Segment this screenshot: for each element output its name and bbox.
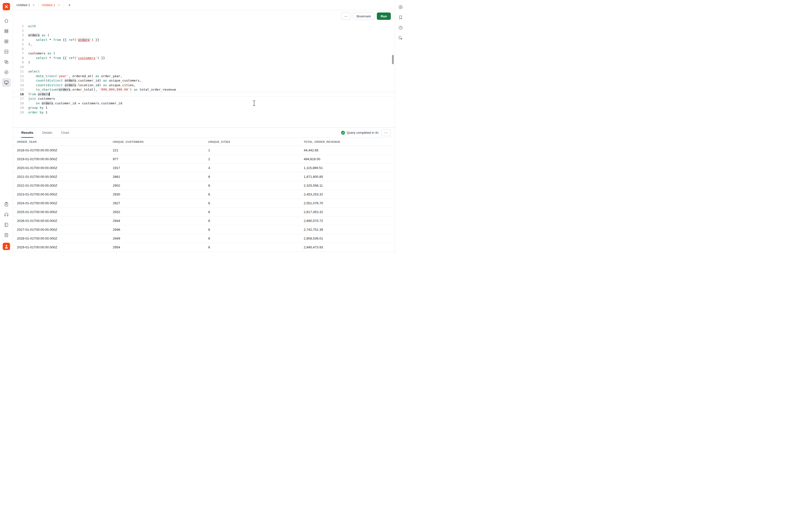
query-status: Query completed in 4s [341, 128, 378, 138]
table-cell: 6 [207, 237, 303, 240]
table-row[interactable]: 2027-01-01T00:00:00.000Z294662,742,751.3… [13, 225, 395, 234]
code-line[interactable]: 10 [13, 65, 395, 69]
code-line[interactable]: 13 count(distinct orders.customer_id) as… [13, 78, 395, 83]
code-line[interactable]: 12 date_trunc('year', ordered_at) as ord… [13, 74, 395, 78]
tab-chart[interactable]: Chart [61, 128, 69, 138]
line-number: 19 [13, 106, 24, 110]
tab-untitled-2[interactable]: Untitled 1 × [39, 0, 64, 10]
tab-results[interactable]: Results [21, 128, 33, 138]
column-header[interactable]: UNIQUE_CUSTOMERS [112, 140, 207, 143]
editor-scrollbar[interactable] [392, 55, 394, 64]
table-cell: 6 [207, 228, 303, 231]
code-line[interactable]: 1with [13, 24, 395, 29]
table-row[interactable]: 2029-01-01T00:00:00.000Z295462,845,473.9… [13, 243, 395, 252]
left-rail [0, 0, 13, 253]
notebook-icon[interactable] [2, 220, 11, 229]
clipboard-icon[interactable] [2, 200, 11, 209]
code-line[interactable]: 19group by 1 [13, 106, 395, 110]
table-cell: 2028-01-01T00:00:00.000Z [16, 237, 112, 240]
table-header: ORDER_YEARUNIQUE_CUSTOMERSUNIQUE_CITIEST… [13, 138, 395, 146]
tab-bar: Untitled 1 × Untitled 1 × + [13, 0, 395, 10]
code-text: count(distinct orders.location_id) as un… [28, 83, 136, 88]
code-line[interactable]: 5), [13, 42, 395, 47]
code-text: order by 1 [28, 110, 47, 115]
code-line[interactable]: 3orders as ( [13, 33, 395, 38]
pointer-square-icon[interactable] [396, 34, 405, 42]
code-line[interactable]: 2 [13, 29, 395, 33]
calculator-icon[interactable] [2, 231, 11, 239]
code-line[interactable]: 14 count(distinct orders.location_id) as… [13, 83, 395, 88]
code-line[interactable]: 8 select * from {{ ref('customers') }} [13, 56, 395, 60]
code-line[interactable]: 16from orders [13, 92, 395, 97]
code-text: with [28, 24, 36, 29]
code-text: orders as ( [28, 33, 49, 38]
table-row[interactable]: 2028-01-01T00:00:00.000Z294962,808,539.0… [13, 234, 395, 243]
table-row[interactable]: 2030-01-01T00:00:00.000Z287961,841,049.3… [13, 252, 395, 253]
bookmark-side-icon[interactable] [396, 13, 405, 22]
copilot-icon[interactable] [396, 3, 405, 11]
code-line[interactable]: 11select [13, 69, 395, 74]
code-text: to_char(sum(orders.order_total), '999,99… [28, 88, 176, 92]
code-line[interactable]: 17join customers [13, 97, 395, 101]
home-icon[interactable] [2, 16, 11, 25]
code-line[interactable]: 9) [13, 60, 395, 65]
line-number: 3 [13, 33, 24, 38]
line-number: 10 [13, 65, 24, 69]
bookmark-button[interactable]: Bookmark [353, 12, 374, 20]
run-button[interactable]: Run [377, 12, 391, 20]
column-header[interactable]: TOTAL_ORDER_REVENUE [303, 140, 392, 143]
code-file-icon[interactable] [2, 47, 11, 56]
table-cell: 1,871,800.85 [303, 175, 392, 178]
table-row[interactable]: 2025-01-01T00:00:00.000Z293262,617,453.3… [13, 208, 395, 217]
code-line[interactable]: 4 select * from {{ ref('orders') }} [13, 38, 395, 42]
sql-editor[interactable]: 1with23orders as (4 select * from {{ ref… [13, 22, 395, 127]
headphones-icon[interactable] [2, 210, 11, 219]
table-row[interactable]: 2023-01-01T00:00:00.000Z293062,453,253.3… [13, 190, 395, 199]
table-cell: 6 [207, 201, 303, 205]
table-row[interactable]: 2026-01-01T00:00:00.000Z294462,690,570.7… [13, 217, 395, 225]
table-cell: 2902 [112, 184, 207, 187]
table-cell: 494,818.00 [303, 157, 392, 161]
table-row[interactable]: 2019-01-01T00:00:00.000Z9772494,818.00 [13, 155, 395, 164]
close-icon[interactable]: × [32, 3, 35, 7]
table-cell: 221 [112, 149, 207, 152]
table-row[interactable]: 2024-01-01T00:00:00.000Z292762,551,076.7… [13, 199, 395, 208]
code-text: select * from {{ ref('orders') }} [28, 38, 99, 42]
line-number: 15 [13, 88, 24, 92]
terminal-icon[interactable] [2, 78, 11, 87]
code-text: from orders [28, 92, 50, 97]
table-row[interactable]: 2018-01-01T00:00:00.000Z221144,442.65 [13, 146, 395, 155]
line-number: 14 [13, 83, 24, 88]
grid-icon[interactable] [2, 37, 11, 46]
table-cell: 2,690,570.72 [303, 219, 392, 223]
app-logo-icon[interactable] [3, 3, 10, 10]
table-cell: 2025-01-01T00:00:00.000Z [16, 210, 112, 214]
code-line[interactable]: 18 on orders.customer_id = customers.cus… [13, 101, 395, 106]
table-row[interactable]: 2022-01-01T00:00:00.000Z290262,325,556.1… [13, 181, 395, 190]
app-window: Untitled 1 × Untitled 1 × + ⋯ Bookmark R… [0, 0, 406, 253]
code-line[interactable]: 7customers as ( [13, 51, 395, 56]
close-icon[interactable]: × [57, 3, 60, 7]
code-line[interactable]: 15 to_char(sum(orders.order_total), '999… [13, 88, 395, 92]
history-icon[interactable] [396, 23, 405, 32]
new-tab-button[interactable]: + [66, 1, 73, 9]
code-line[interactable]: 6 [13, 47, 395, 51]
results-more-button[interactable]: ⋯ [382, 129, 391, 136]
code-line[interactable]: 20order by 1 [13, 110, 395, 115]
more-options-button[interactable]: ⋯ [341, 12, 351, 20]
table-cell: 2019-01-01T00:00:00.000Z [16, 157, 112, 161]
tab-untitled-1[interactable]: Untitled 1 × [13, 0, 39, 10]
left-rail-bottom [2, 199, 11, 250]
column-header[interactable]: UNIQUE_CITIES [207, 140, 303, 143]
tab-label: Untitled 1 [42, 3, 55, 7]
column-header[interactable]: ORDER_YEAR [16, 140, 112, 143]
line-number: 2 [13, 29, 24, 33]
check-circle-icon [341, 131, 345, 135]
compass-icon[interactable] [2, 68, 11, 77]
tab-details[interactable]: Details [42, 128, 52, 138]
database-stack-icon[interactable] [2, 27, 11, 36]
table-row[interactable]: 2020-01-01T00:00:00.000Z191741,115,869.5… [13, 164, 395, 172]
avatar[interactable] [3, 243, 10, 250]
apps-icon[interactable] [2, 58, 11, 66]
table-row[interactable]: 2021-01-01T00:00:00.000Z266161,871,800.8… [13, 172, 395, 181]
